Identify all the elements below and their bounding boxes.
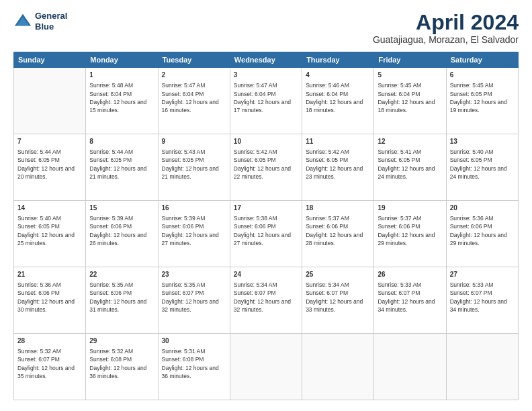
day-info: Sunrise: 5:31 AMSunset: 6:08 PMDaylight:… bbox=[162, 347, 226, 380]
day-number: 27 bbox=[450, 270, 515, 279]
title-block: April 2024 Guatajiagua, Morazan, El Salv… bbox=[373, 11, 519, 45]
calendar-cell: 13Sunrise: 5:40 AMSunset: 6:05 PMDayligh… bbox=[446, 134, 518, 201]
calendar-cell: 23Sunrise: 5:35 AMSunset: 6:07 PMDayligh… bbox=[158, 267, 230, 334]
cell-content-day-25: 25Sunrise: 5:34 AMSunset: 6:07 PMDayligh… bbox=[306, 270, 370, 314]
calendar-cell: 1Sunrise: 5:48 AMSunset: 6:04 PMDaylight… bbox=[86, 68, 158, 134]
day-number: 8 bbox=[89, 137, 154, 146]
cell-content-day-16: 16Sunrise: 5:39 AMSunset: 6:06 PMDayligh… bbox=[162, 203, 226, 247]
cell-content-day-17: 17Sunrise: 5:38 AMSunset: 6:06 PMDayligh… bbox=[234, 203, 298, 247]
day-info: Sunrise: 5:38 AMSunset: 6:06 PMDaylight:… bbox=[234, 214, 298, 247]
day-number: 14 bbox=[17, 203, 82, 213]
month-title: April 2024 bbox=[373, 11, 519, 34]
calendar-cell: 16Sunrise: 5:39 AMSunset: 6:06 PMDayligh… bbox=[158, 201, 230, 267]
day-number: 2 bbox=[162, 71, 226, 80]
day-number: 30 bbox=[162, 336, 226, 346]
day-number: 18 bbox=[306, 203, 370, 213]
calendar-cell bbox=[302, 334, 374, 400]
cell-content-day-14: 14Sunrise: 5:40 AMSunset: 6:05 PMDayligh… bbox=[17, 203, 82, 247]
logo-line1: General bbox=[35, 11, 67, 21]
day-info: Sunrise: 5:44 AMSunset: 6:05 PMDaylight:… bbox=[17, 148, 82, 181]
day-number: 10 bbox=[234, 137, 298, 146]
week-row-2: 7Sunrise: 5:44 AMSunset: 6:05 PMDaylight… bbox=[14, 134, 519, 201]
day-info: Sunrise: 5:48 AMSunset: 6:04 PMDaylight:… bbox=[89, 81, 154, 114]
calendar-cell: 26Sunrise: 5:33 AMSunset: 6:07 PMDayligh… bbox=[374, 267, 446, 334]
cell-content-day-10: 10Sunrise: 5:42 AMSunset: 6:05 PMDayligh… bbox=[234, 137, 298, 181]
calendar-cell: 20Sunrise: 5:36 AMSunset: 6:06 PMDayligh… bbox=[446, 201, 518, 267]
cell-content-day-21: 21Sunrise: 5:36 AMSunset: 6:06 PMDayligh… bbox=[17, 270, 82, 314]
week-row-1: 1Sunrise: 5:48 AMSunset: 6:04 PMDaylight… bbox=[14, 68, 519, 134]
calendar-cell: 11Sunrise: 5:42 AMSunset: 6:05 PMDayligh… bbox=[302, 134, 374, 201]
cell-content-day-24: 24Sunrise: 5:34 AMSunset: 6:07 PMDayligh… bbox=[234, 270, 298, 314]
day-number: 21 bbox=[17, 270, 82, 279]
calendar-cell: 21Sunrise: 5:36 AMSunset: 6:06 PMDayligh… bbox=[14, 267, 86, 334]
calendar-cell bbox=[14, 68, 86, 134]
day-number: 6 bbox=[450, 71, 515, 80]
day-number: 9 bbox=[162, 137, 226, 146]
weekday-header-thursday: Thursday bbox=[302, 52, 374, 68]
weekday-header-row: SundayMondayTuesdayWednesdayThursdayFrid… bbox=[14, 52, 519, 68]
day-info: Sunrise: 5:40 AMSunset: 6:05 PMDaylight:… bbox=[17, 214, 82, 247]
calendar-cell: 9Sunrise: 5:43 AMSunset: 6:05 PMDaylight… bbox=[158, 134, 230, 201]
calendar-cell: 19Sunrise: 5:37 AMSunset: 6:06 PMDayligh… bbox=[374, 201, 446, 267]
day-info: Sunrise: 5:43 AMSunset: 6:05 PMDaylight:… bbox=[162, 148, 226, 181]
day-number: 17 bbox=[234, 203, 298, 213]
cell-content-day-28: 28Sunrise: 5:32 AMSunset: 6:07 PMDayligh… bbox=[17, 336, 82, 380]
cell-content-day-6: 6Sunrise: 5:45 AMSunset: 6:05 PMDaylight… bbox=[450, 71, 515, 114]
cell-content-day-8: 8Sunrise: 5:44 AMSunset: 6:05 PMDaylight… bbox=[89, 137, 154, 181]
day-number: 23 bbox=[162, 270, 226, 279]
day-info: Sunrise: 5:39 AMSunset: 6:06 PMDaylight:… bbox=[89, 214, 154, 247]
cell-content-day-20: 20Sunrise: 5:36 AMSunset: 6:06 PMDayligh… bbox=[450, 203, 515, 247]
cell-content-day-26: 26Sunrise: 5:33 AMSunset: 6:07 PMDayligh… bbox=[378, 270, 442, 314]
calendar-cell: 14Sunrise: 5:40 AMSunset: 6:05 PMDayligh… bbox=[14, 201, 86, 267]
day-number: 1 bbox=[89, 71, 154, 80]
day-number: 13 bbox=[450, 137, 515, 146]
day-number: 20 bbox=[450, 203, 515, 213]
day-number: 11 bbox=[306, 137, 370, 146]
location-subtitle: Guatajiagua, Morazan, El Salvador bbox=[373, 34, 519, 45]
calendar-cell: 8Sunrise: 5:44 AMSunset: 6:05 PMDaylight… bbox=[86, 134, 158, 201]
cell-content-day-13: 13Sunrise: 5:40 AMSunset: 6:05 PMDayligh… bbox=[450, 137, 515, 181]
day-info: Sunrise: 5:37 AMSunset: 6:06 PMDaylight:… bbox=[306, 214, 370, 247]
day-info: Sunrise: 5:34 AMSunset: 6:07 PMDaylight:… bbox=[234, 281, 298, 314]
cell-content-day-22: 22Sunrise: 5:35 AMSunset: 6:06 PMDayligh… bbox=[89, 270, 154, 314]
day-info: Sunrise: 5:32 AMSunset: 6:07 PMDaylight:… bbox=[17, 347, 82, 380]
cell-content-day-12: 12Sunrise: 5:41 AMSunset: 6:05 PMDayligh… bbox=[378, 137, 442, 181]
week-row-5: 28Sunrise: 5:32 AMSunset: 6:07 PMDayligh… bbox=[14, 334, 519, 400]
header: General Blue April 2024 Guatajiagua, Mor… bbox=[13, 11, 519, 45]
calendar-cell: 22Sunrise: 5:35 AMSunset: 6:06 PMDayligh… bbox=[86, 267, 158, 334]
cell-content-day-30: 30Sunrise: 5:31 AMSunset: 6:08 PMDayligh… bbox=[162, 336, 226, 380]
logo-line2: Blue bbox=[35, 21, 67, 32]
day-info: Sunrise: 5:40 AMSunset: 6:05 PMDaylight:… bbox=[450, 148, 515, 181]
calendar-cell: 10Sunrise: 5:42 AMSunset: 6:05 PMDayligh… bbox=[230, 134, 302, 201]
weekday-header-tuesday: Tuesday bbox=[158, 52, 230, 68]
day-number: 16 bbox=[162, 203, 226, 213]
cell-content-day-15: 15Sunrise: 5:39 AMSunset: 6:06 PMDayligh… bbox=[89, 203, 154, 247]
weekday-header-friday: Friday bbox=[374, 52, 446, 68]
day-number: 26 bbox=[378, 270, 442, 279]
day-info: Sunrise: 5:35 AMSunset: 6:06 PMDaylight:… bbox=[89, 281, 154, 314]
calendar-cell: 18Sunrise: 5:37 AMSunset: 6:06 PMDayligh… bbox=[302, 201, 374, 267]
day-info: Sunrise: 5:47 AMSunset: 6:04 PMDaylight:… bbox=[234, 81, 298, 114]
calendar-table: SundayMondayTuesdayWednesdayThursdayFrid… bbox=[13, 52, 519, 400]
day-info: Sunrise: 5:33 AMSunset: 6:07 PMDaylight:… bbox=[450, 281, 515, 314]
logo: General Blue bbox=[13, 11, 67, 32]
day-number: 12 bbox=[378, 137, 442, 146]
calendar-cell bbox=[374, 334, 446, 400]
cell-content-day-2: 2Sunrise: 5:47 AMSunset: 6:04 PMDaylight… bbox=[162, 71, 226, 114]
day-info: Sunrise: 5:39 AMSunset: 6:06 PMDaylight:… bbox=[162, 214, 226, 247]
calendar-cell bbox=[446, 334, 518, 400]
day-info: Sunrise: 5:32 AMSunset: 6:08 PMDaylight:… bbox=[89, 347, 154, 380]
day-number: 15 bbox=[89, 203, 154, 213]
calendar-cell: 6Sunrise: 5:45 AMSunset: 6:05 PMDaylight… bbox=[446, 68, 518, 134]
day-info: Sunrise: 5:45 AMSunset: 6:04 PMDaylight:… bbox=[378, 81, 442, 114]
calendar-cell: 5Sunrise: 5:45 AMSunset: 6:04 PMDaylight… bbox=[374, 68, 446, 134]
week-row-3: 14Sunrise: 5:40 AMSunset: 6:05 PMDayligh… bbox=[14, 201, 519, 267]
cell-content-day-9: 9Sunrise: 5:43 AMSunset: 6:05 PMDaylight… bbox=[162, 137, 226, 181]
day-info: Sunrise: 5:34 AMSunset: 6:07 PMDaylight:… bbox=[306, 281, 370, 314]
day-info: Sunrise: 5:36 AMSunset: 6:06 PMDaylight:… bbox=[17, 281, 82, 314]
cell-content-day-4: 4Sunrise: 5:46 AMSunset: 6:04 PMDaylight… bbox=[306, 71, 370, 114]
weekday-header-saturday: Saturday bbox=[446, 52, 518, 68]
day-info: Sunrise: 5:41 AMSunset: 6:05 PMDaylight:… bbox=[378, 148, 442, 181]
calendar-cell: 30Sunrise: 5:31 AMSunset: 6:08 PMDayligh… bbox=[158, 334, 230, 400]
day-info: Sunrise: 5:42 AMSunset: 6:05 PMDaylight:… bbox=[306, 148, 370, 181]
